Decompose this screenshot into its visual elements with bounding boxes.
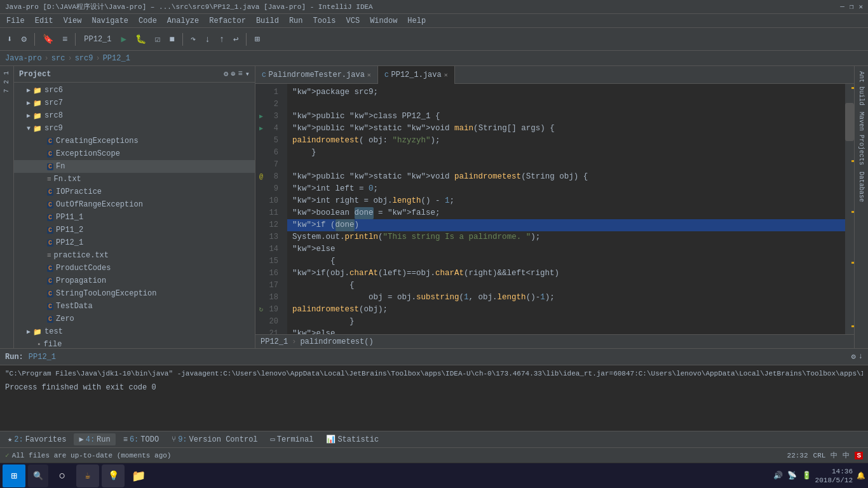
left-icon-1[interactable]: 1 [3,71,10,75]
toolbar-settings[interactable]: ⚙ [18,32,29,46]
tree-item-pp11_1[interactable]: CPP11_1 [14,211,255,224]
debug-btn[interactable]: 🐛 [132,32,149,46]
breadcrumb-item-src[interactable]: src [51,54,65,63]
taskbar-cortana[interactable]: ○ [51,464,74,487]
toolbar-download[interactable]: ⬇ [4,32,15,46]
right-panel-maven-projects[interactable]: Maven Projects [857,109,866,168]
tree-item-fn.txt[interactable]: ≡Fn.txt [14,173,255,186]
sidebar-sync-icon[interactable]: ⊕ [231,69,235,79]
code-line-20[interactable]: } [287,316,845,328]
sidebar-settings-icon[interactable]: ⚙ [224,69,228,79]
layout-btn[interactable]: ⊞ [251,32,262,46]
panel-settings-icon[interactable]: ⚙ [851,352,856,362]
editor-scrollbar[interactable] [845,84,854,334]
menu-item-analyze[interactable]: Analyze [163,15,203,27]
menu-item-vcs[interactable]: VCS [342,15,364,27]
code-content[interactable]: "kw">package src9; "kw">public "kw">clas… [287,84,845,334]
menu-item-run[interactable]: Run [285,15,307,27]
editor-tab-palindromeTester[interactable]: CPalindromeTester.java✕ [255,66,378,84]
code-line-16[interactable]: "kw">if(obj.charAt(left)==obj.charAt(rig… [287,268,845,280]
menu-item-help[interactable]: Help [403,15,430,27]
code-line-4[interactable]: "kw">public "kw">static "kw">void main(S… [287,123,845,135]
code-line-10[interactable]: "kw">int right = obj.length() - 1; [287,195,845,207]
tree-item-iopractice[interactable]: CIOPractice [14,186,255,198]
run-arrow[interactable]: ▶ [259,123,263,135]
step-into-btn[interactable]: ↓ [201,32,213,46]
code-line-5[interactable]: palindrometest( obj: "hzyzyh"); [287,135,845,147]
status-tab-todo[interactable]: ≡6:TODO [118,434,164,445]
code-line-14[interactable]: "kw">else [287,243,845,255]
scrollbar-thumb[interactable] [845,103,854,141]
panel-close-icon[interactable]: ↓ [858,352,863,362]
taskbar-java[interactable]: ☕ [76,464,99,487]
menu-item-edit[interactable]: Edit [31,15,57,27]
code-line-17[interactable]: { [287,280,845,292]
taskbar-search[interactable]: 🔍 [28,464,48,487]
run-config-selector[interactable]: PP12_1 [80,35,115,44]
sidebar-expand-icon[interactable]: ▾ [245,69,250,79]
status-tab-statistic[interactable]: 📊Statistic [321,433,384,445]
code-line-12[interactable]: "kw">if (done) [287,219,845,231]
step-over-btn[interactable]: ↷ [187,32,199,46]
tree-item-stringtoolongexception[interactable]: CStringTooLongException [14,287,255,300]
status-tab-version-control[interactable]: ⑂9:Version Control [166,434,262,445]
status-tab-terminal[interactable]: ▭Terminal [266,433,319,445]
taskbar-intellij[interactable]: 💡 [102,464,125,487]
tree-item-pp11_2[interactable]: CPP11_2 [14,224,255,236]
menu-item-view[interactable]: View [60,15,86,27]
tree-item-src6[interactable]: ▶📁src6 [14,84,255,97]
code-line-11[interactable]: "kw">boolean done = "kw">false; [287,207,845,219]
status-tab-run[interactable]: ▶4:Run [74,433,115,445]
toolbar-bookmark[interactable]: 🔖 [39,32,57,46]
step-out-btn[interactable]: ↑ [216,32,227,46]
tree-item-fn[interactable]: CFn [14,160,255,173]
code-line-9[interactable]: "kw">int left = 0; [287,183,845,195]
tree-item-propagation[interactable]: CPropagation [14,274,255,287]
menu-item-refactor[interactable]: Refactor [205,15,250,27]
menu-item-code[interactable]: Code [135,15,161,27]
right-panel-database[interactable]: Database [857,169,866,205]
tree-item-creatingexceptions[interactable]: CCreatingExceptions [14,135,255,147]
tree-item-testdata[interactable]: CTestData [14,300,255,313]
tree-item-file[interactable]: ▪file [14,338,255,348]
tree-item-src9[interactable]: ▼📁src9 [14,122,255,135]
run-btn[interactable]: ▶ [118,32,130,46]
reload-marker[interactable]: ↻ [259,304,263,316]
menu-item-window[interactable]: Window [366,15,401,27]
tree-item-src8[interactable]: ▶📁src8 [14,109,255,122]
tree-item-exceptionscope[interactable]: CExceptionScope [14,147,255,160]
breadcrumb-item-src9[interactable]: src9 [75,54,93,63]
code-line-8[interactable]: "kw">public "kw">static "kw">void palind… [287,171,845,183]
taskbar-explorer[interactable]: 📁 [127,464,150,487]
tab-close-btn[interactable]: ✕ [367,71,371,79]
start-button[interactable]: ⊞ [3,464,25,487]
menu-item-build[interactable]: Build [252,15,283,27]
right-panel-ant-build[interactable]: Ant build [857,69,866,108]
menu-item-file[interactable]: File [3,15,29,27]
code-line-3[interactable]: "kw">public "kw">class PP12_1 { [287,111,845,123]
code-line-1[interactable]: "kw">package src9; [287,86,845,98]
tree-item-practice.txt[interactable]: ≡practice.txt [14,249,255,262]
sidebar-collapse-icon[interactable]: ≡ [238,69,243,79]
menu-item-navigate[interactable]: Navigate [88,15,132,27]
notification-icon[interactable]: 🔔 [857,471,865,480]
left-icon-3[interactable]: 7 [3,89,10,93]
coverage-btn[interactable]: ☑ [152,32,163,46]
tree-item-zero[interactable]: CZero [14,313,255,325]
tree-item-pp12_1[interactable]: CPP12_1 [14,236,255,249]
tree-item-productcodes[interactable]: CProductCodes [14,262,255,274]
code-line-2[interactable] [287,98,845,111]
code-line-21[interactable]: "kw">else [287,328,845,334]
close-btn[interactable]: ✕ [858,3,863,11]
maximize-btn[interactable]: ❐ [850,3,854,11]
tree-item-outofrangeexception[interactable]: COutOfRangeException [14,198,255,211]
code-line-15[interactable]: { [287,255,845,268]
code-line-18[interactable]: obj = obj.substring(1, obj.length()-1); [287,292,845,304]
tab-close-btn[interactable]: ✕ [444,71,448,79]
code-line-6[interactable]: } [287,147,845,159]
editor-tab-pp12_1[interactable]: CPP12_1.java✕ [378,66,455,84]
code-line-13[interactable]: System.out.println("This string Is a pal… [287,231,845,243]
revert-btn[interactable]: ↩ [230,32,241,46]
code-line-7[interactable] [287,159,845,171]
run-arrow[interactable]: ▶ [259,111,263,123]
